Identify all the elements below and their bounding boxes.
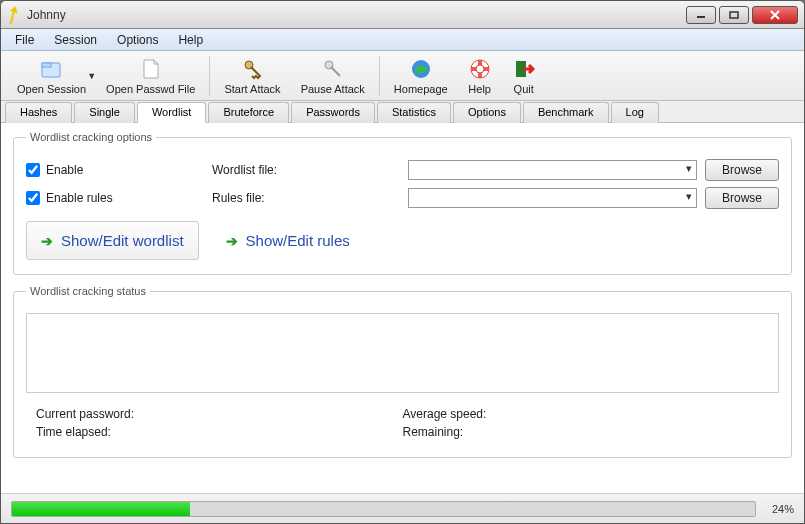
minimize-button[interactable] bbox=[686, 6, 716, 24]
progress-fill bbox=[12, 502, 190, 516]
rules-file-label: Rules file: bbox=[212, 191, 265, 205]
tab-content: Wordlist cracking options Enable Wordlis… bbox=[1, 123, 804, 493]
average-speed-label: Average speed: bbox=[403, 407, 487, 421]
progress-bar bbox=[11, 501, 756, 517]
show-edit-rules-button[interactable]: ➔ Show/Edit rules bbox=[211, 221, 365, 260]
pause-attack-label: Pause Attack bbox=[301, 83, 365, 95]
wordlist-options-title: Wordlist cracking options bbox=[26, 131, 156, 143]
window-title: Johnny bbox=[27, 8, 686, 22]
exit-icon bbox=[512, 57, 536, 81]
progress-percent: 24% bbox=[764, 503, 794, 515]
tab-passwords[interactable]: Passwords bbox=[291, 102, 375, 123]
arrow-right-icon: ➔ bbox=[41, 233, 53, 249]
rules-file-combo[interactable] bbox=[408, 188, 697, 208]
svg-rect-1 bbox=[730, 12, 738, 18]
svg-point-8 bbox=[476, 65, 484, 73]
status-output bbox=[26, 313, 779, 393]
open-session-label: Open Session bbox=[17, 83, 86, 95]
titlebar[interactable]: Johnny bbox=[1, 1, 804, 29]
help-button[interactable]: Help bbox=[458, 53, 502, 99]
keys-icon bbox=[241, 57, 265, 81]
arrow-right-icon: ➔ bbox=[226, 233, 238, 249]
enable-checkbox[interactable] bbox=[26, 163, 40, 177]
time-elapsed-label: Time elapsed: bbox=[36, 425, 111, 439]
tab-wordlist[interactable]: Wordlist bbox=[137, 102, 207, 123]
pause-attack-button[interactable]: Pause Attack bbox=[291, 53, 375, 99]
tab-hashes[interactable]: Hashes bbox=[5, 102, 72, 123]
wordlist-file-combo[interactable] bbox=[408, 160, 697, 180]
keys-paused-icon bbox=[321, 57, 345, 81]
open-passwd-button[interactable]: Open Passwd File bbox=[96, 53, 205, 99]
menubar: File Session Options Help bbox=[1, 29, 804, 51]
tab-options[interactable]: Options bbox=[453, 102, 521, 123]
quit-button[interactable]: Quit bbox=[502, 53, 546, 99]
wordlist-file-label: Wordlist file: bbox=[212, 163, 277, 177]
menu-file[interactable]: File bbox=[7, 31, 42, 49]
menu-options[interactable]: Options bbox=[109, 31, 166, 49]
start-attack-button[interactable]: Start Attack bbox=[214, 53, 290, 99]
toolbar-separator bbox=[379, 56, 380, 96]
tab-log[interactable]: Log bbox=[611, 102, 659, 123]
dropdown-arrow-icon[interactable]: ▼ bbox=[87, 71, 96, 81]
file-icon bbox=[139, 57, 163, 81]
start-attack-label: Start Attack bbox=[224, 83, 280, 95]
enable-rules-label: Enable rules bbox=[46, 191, 113, 205]
wordlist-status-title: Wordlist cracking status bbox=[26, 285, 150, 297]
maximize-button[interactable] bbox=[719, 6, 749, 24]
open-session-button[interactable]: Open Session ▼ bbox=[7, 53, 96, 99]
help-label: Help bbox=[468, 83, 491, 95]
svg-rect-0 bbox=[697, 16, 705, 18]
toolbar: Open Session ▼ Open Passwd File Start At… bbox=[1, 51, 804, 101]
quit-label: Quit bbox=[514, 83, 534, 95]
svg-rect-3 bbox=[42, 63, 51, 67]
show-edit-wordlist-label: Show/Edit wordlist bbox=[61, 232, 184, 249]
folder-icon bbox=[40, 57, 64, 81]
statusbar: 24% bbox=[1, 493, 804, 523]
tab-bruteforce[interactable]: Bruteforce bbox=[208, 102, 289, 123]
tab-statistics[interactable]: Statistics bbox=[377, 102, 451, 123]
current-password-label: Current password: bbox=[36, 407, 134, 421]
menu-help[interactable]: Help bbox=[170, 31, 211, 49]
tab-single[interactable]: Single bbox=[74, 102, 135, 123]
toolbar-separator bbox=[209, 56, 210, 96]
wordlist-status-group: Wordlist cracking status Current passwor… bbox=[13, 285, 792, 458]
browse-wordlist-button[interactable]: Browse bbox=[705, 159, 779, 181]
globe-icon bbox=[409, 57, 433, 81]
homepage-label: Homepage bbox=[394, 83, 448, 95]
remaining-label: Remaining: bbox=[403, 425, 464, 439]
close-button[interactable] bbox=[752, 6, 798, 24]
enable-rules-checkbox[interactable] bbox=[26, 191, 40, 205]
homepage-button[interactable]: Homepage bbox=[384, 53, 458, 99]
show-edit-wordlist-button[interactable]: ➔ Show/Edit wordlist bbox=[26, 221, 199, 260]
enable-label: Enable bbox=[46, 163, 83, 177]
tab-bar: Hashes Single Wordlist Bruteforce Passwo… bbox=[1, 101, 804, 123]
app-window: Johnny File Session Options Help Open Se… bbox=[0, 0, 805, 524]
lifebuoy-icon bbox=[468, 57, 492, 81]
open-passwd-label: Open Passwd File bbox=[106, 83, 195, 95]
show-edit-rules-label: Show/Edit rules bbox=[246, 232, 350, 249]
wordlist-options-group: Wordlist cracking options Enable Wordlis… bbox=[13, 131, 792, 275]
menu-session[interactable]: Session bbox=[46, 31, 105, 49]
browse-rules-button[interactable]: Browse bbox=[705, 187, 779, 209]
app-icon bbox=[7, 6, 21, 24]
tab-benchmark[interactable]: Benchmark bbox=[523, 102, 609, 123]
